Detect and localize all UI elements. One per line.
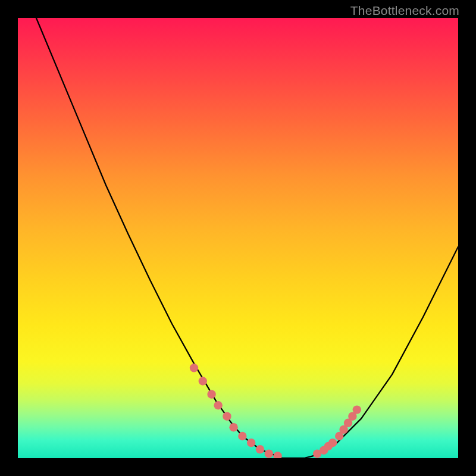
- fit-marker-dot: [207, 390, 215, 399]
- curve-line: [18, 18, 458, 458]
- fit-marker-dot: [328, 439, 337, 447]
- fit-markers-right: [313, 405, 361, 458]
- fit-marker-dot: [256, 445, 264, 453]
- chart-frame: TheBottleneck.com: [0, 0, 476, 476]
- watermark-text: TheBottleneck.com: [350, 4, 459, 18]
- fit-markers-left: [190, 364, 282, 458]
- fit-marker-dot: [214, 401, 223, 409]
- chart-svg: [18, 18, 458, 458]
- fit-marker-dot: [273, 452, 281, 458]
- fit-marker-dot: [190, 364, 198, 372]
- fit-marker-dot: [353, 405, 361, 414]
- fit-marker-dot: [223, 412, 231, 421]
- fit-marker-dot: [247, 439, 255, 447]
- fit-marker-dot: [199, 377, 207, 385]
- fit-marker-dot: [238, 432, 246, 440]
- fit-marker-dot: [265, 449, 273, 458]
- fit-marker-dot: [229, 423, 237, 431]
